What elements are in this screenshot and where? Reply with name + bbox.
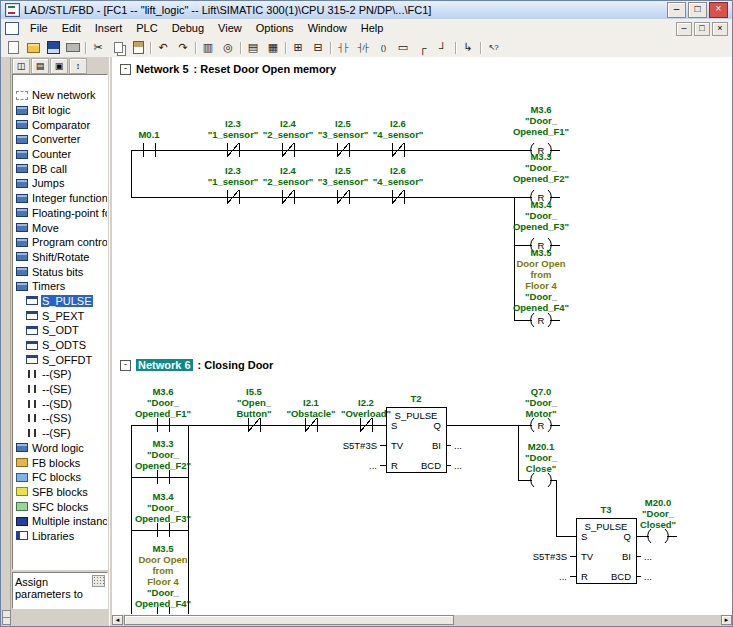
contact-no-icon[interactable]: ┤├ xyxy=(333,39,353,57)
menu-item[interactable]: View xyxy=(211,19,249,38)
menu-item[interactable]: Help xyxy=(354,19,391,38)
empty-box-icon[interactable]: ▭ xyxy=(393,39,413,57)
reset-coil-m3-4[interactable]: R M3.4 "Door_ Opened_F3" xyxy=(513,199,569,252)
tree-item[interactable]: SFC blocks xyxy=(13,499,107,514)
tree-item[interactable]: --(SS) xyxy=(13,411,107,426)
pane-split-icon[interactable]: ↕ xyxy=(69,58,87,74)
redo-icon[interactable]: ↷ xyxy=(173,39,193,57)
tree-item[interactable]: Multiple instances xyxy=(13,514,107,529)
open-folder-icon[interactable] xyxy=(23,39,43,57)
contact-m3-5[interactable]: M3.5 Door Open from Floor 4 "Door_ Opene… xyxy=(135,543,191,615)
contact-nc-i2-5-r1[interactable]: I2.5 "3_sensor" xyxy=(318,118,369,157)
strip-grip-bottom[interactable] xyxy=(2,617,11,625)
collapse-network6-icon[interactable]: - xyxy=(120,360,131,371)
contact-nc-i2-3-r2[interactable]: I2.3 "1_sensor" xyxy=(208,165,259,204)
tree-item[interactable]: Floating-point fct. xyxy=(13,206,107,221)
child-close-button[interactable]: × xyxy=(712,22,728,36)
menu-item[interactable]: Insert xyxy=(88,19,130,38)
tree-item[interactable]: S_ODTS xyxy=(13,338,107,353)
menu-item[interactable]: Window xyxy=(301,19,354,38)
tree-item[interactable]: Shift/Rotate xyxy=(13,250,107,265)
tree-item[interactable]: Converter xyxy=(13,132,107,147)
tree-item[interactable]: New network xyxy=(13,88,107,103)
menu-item[interactable]: Debug xyxy=(165,19,211,38)
pane-resize-grip[interactable] xyxy=(92,575,105,587)
menu-item[interactable]: PLC xyxy=(129,19,164,38)
tree-item[interactable]: --(SE) xyxy=(13,382,107,397)
program-elements-icon[interactable]: ⊟ xyxy=(308,39,328,57)
tree-item[interactable]: Comparator xyxy=(13,117,107,132)
copy-icon[interactable] xyxy=(108,39,128,57)
contact-nc-i2-2[interactable]: I2.2 "Overload" xyxy=(341,397,391,432)
contact-nc-i2-3-r1[interactable]: I2.3 "1_sensor" xyxy=(208,118,259,157)
tree-item[interactable]: Bit logic xyxy=(13,103,107,118)
tree-item[interactable]: Libraries xyxy=(13,529,107,544)
tree-item[interactable]: S_ODT xyxy=(13,323,107,338)
insert-connector-icon[interactable]: ↳ xyxy=(458,39,478,57)
menu-item[interactable]: Options xyxy=(249,19,301,38)
tree-item[interactable]: Counter xyxy=(13,147,107,162)
contact-nc-i2-5-r2[interactable]: I2.5 "3_sensor" xyxy=(318,165,369,204)
tree-item[interactable]: Move xyxy=(13,220,107,235)
tree-item[interactable]: Status bits xyxy=(13,264,107,279)
network6-title[interactable]: Network 6 xyxy=(136,359,193,371)
contact-nc-i2-4-r2[interactable]: I2.4 "2_sensor" xyxy=(263,165,314,204)
print-icon[interactable] xyxy=(63,39,83,57)
symbol-display-icon[interactable]: ▤ xyxy=(243,39,263,57)
maximize-button[interactable]: □ xyxy=(688,2,707,18)
pane-overview-icon[interactable]: ◫ xyxy=(12,58,30,74)
contact-nc-i2-1[interactable]: I2.1 "Obstacle" xyxy=(286,397,335,432)
contact-m0-1[interactable]: M0.1 xyxy=(138,129,160,157)
child-minimize-button[interactable]: – xyxy=(676,22,692,36)
reset-coil-m3-5[interactable]: R M3.5 Door Open from Floor 4 "Door_ Ope… xyxy=(513,247,569,327)
paste-icon[interactable] xyxy=(128,39,148,57)
tree-item[interactable]: Timers xyxy=(13,279,107,294)
help-pointer-icon[interactable]: ↖? xyxy=(483,39,503,57)
tree-item[interactable]: Word logic xyxy=(13,441,107,456)
close-branch-icon[interactable]: ┘ xyxy=(433,39,453,57)
contact-nc-i2-6-r1[interactable]: I2.6 "4_sensor" xyxy=(373,118,424,157)
tree-item[interactable]: S_PULSE xyxy=(13,294,107,309)
contact-nc-i2-6-r2[interactable]: I2.6 "4_sensor" xyxy=(373,165,424,204)
tree-item[interactable]: DB call xyxy=(13,161,107,176)
tree-item[interactable]: SFB blocks xyxy=(13,485,107,500)
reset-coil-m3-3[interactable]: R M3.3 "Door_ Opened_F2" xyxy=(513,151,569,204)
coil-icon[interactable]: ( ) xyxy=(373,39,393,57)
network5-title[interactable]: Network 5 xyxy=(136,63,189,75)
menu-item[interactable]: Edit xyxy=(55,19,88,38)
tree-item[interactable]: Program control xyxy=(13,235,107,250)
tree-item[interactable]: --(SP) xyxy=(13,367,107,382)
open-branch-icon[interactable]: ┌ xyxy=(413,39,433,57)
child-restore-button[interactable]: □ xyxy=(694,22,710,36)
tree-item[interactable]: Jumps xyxy=(13,176,107,191)
tree-item[interactable]: Integer function xyxy=(13,191,107,206)
undo-icon[interactable]: ↶ xyxy=(153,39,173,57)
tree-item[interactable]: FC blocks xyxy=(13,470,107,485)
horizontal-scrollbar[interactable]: ◄ ► xyxy=(112,614,732,626)
pane-list-icon[interactable]: ▤ xyxy=(31,58,49,74)
scrollbar-thumb[interactable] xyxy=(124,615,454,625)
tree-item[interactable]: --(SD) xyxy=(13,396,107,411)
tree-item[interactable]: S_OFFDT xyxy=(13,352,107,367)
insert-network-icon[interactable]: ⊞ xyxy=(288,39,308,57)
save-icon[interactable] xyxy=(43,39,63,57)
menu-item[interactable]: File xyxy=(23,19,55,38)
view-grid-icon[interactable]: ▥ xyxy=(198,39,218,57)
tree-item[interactable]: FB blocks xyxy=(13,455,107,470)
close-button[interactable]: × xyxy=(709,2,728,18)
monitor-icon[interactable]: ◎ xyxy=(218,39,238,57)
cut-icon[interactable]: ✂ xyxy=(88,39,108,57)
tree-item[interactable]: S_PEXT xyxy=(13,308,107,323)
minimize-button[interactable]: – xyxy=(667,2,686,18)
child-window-icon[interactable] xyxy=(5,22,19,35)
tree-item[interactable]: --(SF) xyxy=(13,426,107,441)
scroll-right-icon[interactable]: ► xyxy=(721,615,732,625)
contact-nc-icon[interactable]: ┤/├ xyxy=(353,39,373,57)
contact-nc-i2-4-r1[interactable]: I2.4 "2_sensor" xyxy=(263,118,314,157)
collapse-network5-icon[interactable]: - xyxy=(120,64,131,75)
symbol-info-icon[interactable]: ▦ xyxy=(263,39,283,57)
scroll-left-icon[interactable]: ◄ xyxy=(112,615,123,625)
new-file-icon[interactable] xyxy=(3,39,23,57)
timer-block-t3[interactable]: T3 S_PULSE S TV R Q BI BCD S5T#3S ... ..… xyxy=(533,504,652,583)
reset-coil-m3-6[interactable]: R M3.6 "Door_ Opened_F1" xyxy=(513,104,569,157)
